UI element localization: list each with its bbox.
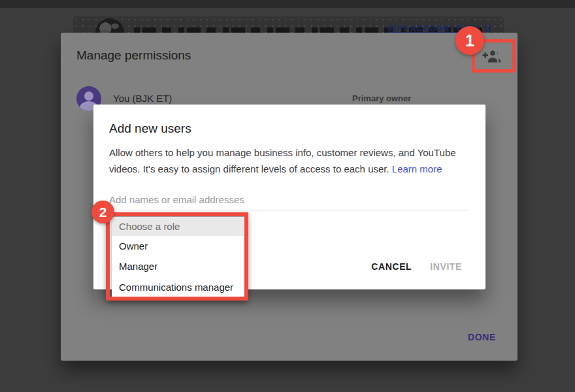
modal-title: Add new users — [109, 122, 191, 136]
screen: EDIT ACCOUNT INFO Manage permissions — [0, 0, 575, 392]
modal-actions: CANCEL INVITE — [371, 261, 462, 272]
add-names-input[interactable] — [109, 189, 469, 210]
done-button[interactable]: DONE — [468, 332, 496, 342]
browser-top-strip — [0, 0, 575, 8]
cancel-button[interactable]: CANCEL — [371, 261, 412, 272]
external-link-icon — [483, 24, 492, 33]
owner-role-label: Primary owner — [352, 93, 411, 103]
invite-button[interactable]: INVITE — [430, 261, 462, 272]
owner-name: You (BJK ET) — [113, 93, 172, 104]
dialog-title: Manage permissions — [76, 48, 191, 63]
annotation-step-2-badge: 2 — [91, 201, 114, 223]
learn-more-link[interactable]: Learn more — [392, 163, 442, 174]
modal-description: Allow others to help you manage business… — [109, 144, 470, 177]
annotation-step-1-badge: 1 — [455, 26, 484, 55]
annotation-box-role-dropdown — [106, 212, 248, 301]
